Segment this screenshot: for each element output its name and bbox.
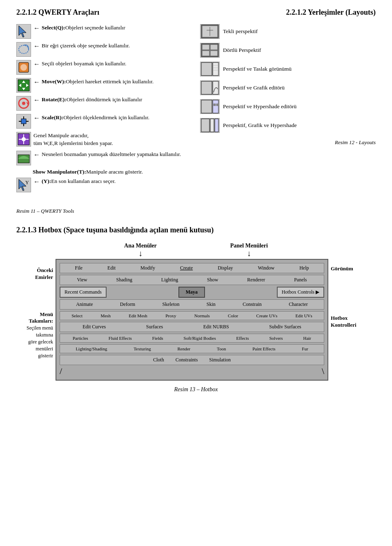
ms-fur: Fur	[300, 346, 310, 352]
layout-row-hyper: Perspektif ve Hypershade editörü	[200, 99, 376, 114]
svg-rect-46	[215, 119, 218, 132]
ms-animate: Animate	[74, 301, 94, 308]
layout-row-outline: Perspektif ve Taslak görünümü	[200, 62, 376, 76]
y-tool-icon: Y	[16, 178, 31, 192]
select-icon	[16, 24, 31, 39]
panel-panels: Panels	[292, 276, 308, 283]
ms-mesh: Mesh	[99, 313, 112, 319]
tool-text-universal: Genel Manipule aracıdır,tüm W,E,R işleml…	[33, 132, 113, 147]
layout-text-hyper: Perspektif ve Hypershade editörü	[223, 103, 296, 110]
menu-modify: Modify	[139, 265, 157, 272]
panel-menuleri-label: Panel Menüleri ↓	[230, 243, 268, 257]
ms-normals: Normals	[193, 313, 212, 319]
rotate-icon	[16, 96, 31, 111]
ms-edit-uvs: Edit UVs	[294, 313, 314, 319]
panel-menuler-arrow: ↓	[247, 249, 251, 257]
arrow-y: ←	[33, 178, 40, 185]
tool-row-soft: ← Nesneleri bozmadan yumuşak düzeltmeler…	[16, 151, 192, 165]
panel-menus-row: View Shading Lighting Show Renderer Pane…	[60, 275, 324, 285]
hotbox-section: 2.2.1.3 Hotbox (Space tuşuna basıldığınd…	[16, 226, 376, 393]
ms-hair: Hair	[301, 335, 313, 341]
tool-row-universal: Genel Manipule aracıdır,tüm W,E,R işleml…	[16, 132, 192, 147]
tool-row-move: ← Move(W):Objeleri hareket ettirmek için…	[16, 78, 192, 93]
maya-center-box: Maya	[178, 287, 205, 298]
menu-display: Display	[216, 265, 234, 272]
tool-row-y: Y ← (Y):En son kullanılan aracı seçer.	[16, 178, 192, 192]
tool-text-lasso: Bir eğri çizerek obje seçmede kullanılır…	[42, 42, 130, 50]
center-row: Recent Commands Maya Hotbox Controls ▶	[60, 287, 324, 298]
layout-row-graph: Perspektif ve Grafik editörü	[200, 80, 376, 95]
arrow-soft: ←	[33, 151, 40, 158]
arrow-paint: ←	[33, 60, 40, 68]
layout-icon-graph	[200, 80, 220, 95]
layouts-section: Tekli perspektif Dörtlü Perspektif	[200, 24, 376, 196]
tool-row-scale: ← Scale(R):Objeleri ölçeklendirmek için …	[16, 114, 192, 129]
layout-icon-outline	[200, 62, 220, 76]
ms-edit-nurbs: Edit NURBS	[202, 323, 231, 330]
svg-marker-0	[19, 26, 26, 37]
svg-rect-38	[201, 81, 212, 94]
layout-text-single: Tekli perspektif	[223, 28, 258, 35]
ms-skin: Skin	[205, 301, 217, 308]
svg-rect-29	[202, 45, 209, 50]
ms-fields: Fields	[151, 335, 165, 341]
ms-cloth: Cloth	[151, 357, 166, 363]
onceki-emirler-label: ÖncekiEmirler	[35, 267, 53, 281]
bottom-triangle-left: /	[60, 367, 62, 376]
ms-soft-rigid: Soft/Rigid Bodies	[182, 335, 218, 341]
ms-edit-mesh: Edit Mesh	[127, 313, 149, 319]
ms-solvers: Solvers	[268, 335, 285, 341]
menu-edit: Edit	[106, 265, 117, 272]
panel-shading: Shading	[115, 276, 134, 283]
tool-text-scale: Scale(R):Objeleri ölçeklendirmek için ku…	[42, 114, 149, 122]
tool-text-rotate: Rotate(E):Objeleri döndürmek için kullan…	[42, 96, 142, 104]
lasso-icon	[16, 42, 31, 57]
layout-row-all: Perspektif, Grafik ve Hypershade	[200, 118, 376, 133]
svg-rect-30	[210, 45, 218, 50]
menu-sets-row-4: Particles Fluid Effects Fields Soft/Rigi…	[60, 334, 324, 343]
svg-rect-45	[210, 119, 214, 132]
ms-character: Character	[287, 301, 310, 308]
ms-skeleton: Skeleton	[160, 301, 181, 308]
layout-icon-hyper	[200, 99, 220, 114]
tool-row-paint: ← Seçili objeleri boyamak için kullanılı…	[16, 60, 192, 75]
tool-text-soft: Nesneleri bozmadan yumuşak düzeltmeler y…	[42, 151, 181, 158]
ana-menuler-arrow: ↓	[138, 249, 143, 257]
menu-takimlari-label: MenüTakımları:Seçilen menütakımınagöre g…	[27, 311, 53, 359]
tool-text-select: Select(Q):Objeleri seçmede kullanılır	[42, 24, 125, 32]
right-panel: Görünüm HotboxKontrolleri	[331, 259, 376, 329]
ms-deform: Deform	[118, 301, 137, 308]
ms-select: Select	[70, 313, 84, 319]
layout-text-quad: Dörtlü Perspektif	[223, 47, 261, 53]
left-panel: ÖncekiEmirler MenüTakımları:Seçilen menü…	[16, 259, 53, 359]
menu-create: Create	[178, 265, 194, 272]
menu-sets-row-5: Lighting/Shading Texturing Render Toon P…	[60, 344, 324, 353]
ms-fluid: Fluid Effects	[107, 335, 134, 341]
svg-point-10	[22, 102, 25, 105]
layout-text-graph: Perspektif ve Grafik editörü	[223, 85, 285, 91]
arrow-select: ←	[33, 25, 40, 32]
ms-constraints: Constraints	[174, 357, 200, 363]
svg-rect-32	[210, 51, 218, 56]
svg-point-3	[20, 64, 27, 71]
layout-row-quad: Dörtlü Perspektif	[200, 43, 376, 58]
panel-lighting: Lighting	[160, 276, 180, 283]
menu-file: File	[73, 265, 84, 272]
hotbox-kontrolleri-label: HotboxKontrolleri	[331, 315, 356, 329]
soft-icon	[16, 151, 31, 165]
scale-icon	[16, 114, 31, 129]
resim11-caption: Resim 11 – QWERTY Tools	[16, 208, 376, 214]
svg-rect-33	[201, 62, 212, 76]
arrow-scale: ←	[33, 114, 40, 122]
arrow-lasso: ←	[33, 42, 40, 50]
menu-sets-row-1: Animate Deform Skeleton Skin Constrain C…	[60, 299, 324, 310]
svg-rect-34	[213, 62, 218, 76]
panel-show: Show	[205, 276, 220, 283]
paint-icon	[16, 60, 31, 75]
gorunum-label: Görünüm	[331, 265, 353, 272]
panel-renderer: Renderer	[245, 276, 267, 283]
resim12-caption: Resim 12 - Layouts	[200, 139, 376, 146]
svg-text:Y: Y	[25, 180, 29, 185]
svg-rect-12	[21, 119, 26, 124]
ms-constrain: Constrain	[241, 301, 263, 308]
